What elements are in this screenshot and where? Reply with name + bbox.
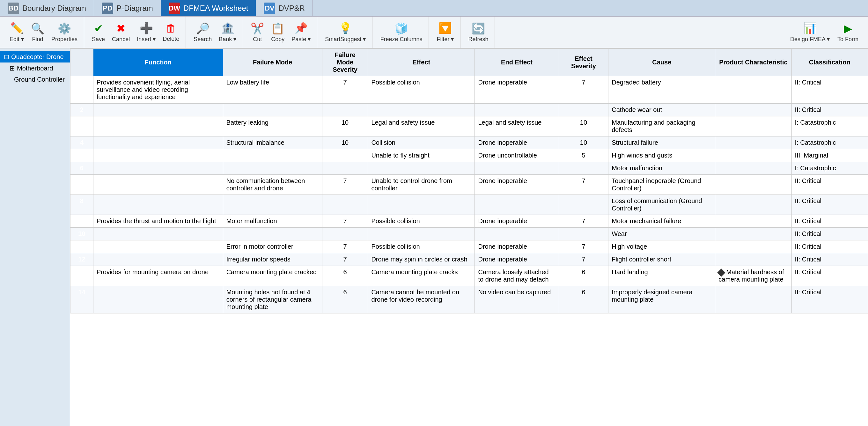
cell-product-char-8[interactable]	[715, 195, 792, 215]
cell-fm-severity-11[interactable]: 7	[322, 240, 368, 253]
cell-effect-severity-11[interactable]: 7	[559, 240, 609, 253]
cell-cause-12[interactable]: Flight controller short	[609, 253, 715, 266]
cell-function-1[interactable]: Provides convenient flying, aerial surve…	[93, 76, 223, 103]
cell-product-char-14[interactable]	[715, 286, 792, 313]
cell-cause-3[interactable]: Manufacturing and packaging defects	[609, 116, 715, 136]
cell-effect-5[interactable]: Unable to fly straight	[368, 149, 475, 162]
cell-function-4[interactable]	[93, 136, 223, 149]
cell-fm-severity-6[interactable]	[322, 162, 368, 175]
cell-cause-5[interactable]: High winds and gusts	[609, 149, 715, 162]
cell-effect-severity-8[interactable]	[559, 195, 609, 215]
cell-classification-11[interactable]: II: Critical	[792, 240, 868, 253]
cell-effect-14[interactable]: Camera cannot be mounted on drone for vi…	[368, 286, 475, 313]
cell-effect-severity-7[interactable]: 7	[559, 175, 609, 195]
tab-dv[interactable]: DV DVP&R	[256, 0, 313, 16]
cell-failure-mode-8[interactable]	[223, 195, 322, 215]
cell-fm-severity-9[interactable]: 7	[322, 215, 368, 228]
cell-product-char-6[interactable]	[715, 162, 792, 175]
cell-effect-1[interactable]: Possible collision	[368, 76, 475, 103]
cell-fm-severity-4[interactable]: 10	[322, 136, 368, 149]
cell-cause-2[interactable]: Cathode wear out	[609, 103, 715, 116]
copy-button[interactable]: 📋 Copy	[268, 20, 288, 44]
cell-function-13[interactable]: Provides for mounting camera on drone	[93, 266, 223, 286]
cell-function-2[interactable]	[93, 103, 223, 116]
cell-function-9[interactable]: Provides the thrust and motion to the fl…	[93, 215, 223, 228]
cell-effect-10[interactable]	[368, 228, 475, 240]
cell-function-12[interactable]	[93, 253, 223, 266]
sidebar-item-ground-controller[interactable]: Ground Controller	[0, 74, 70, 85]
cell-end-effect-8[interactable]	[475, 195, 559, 215]
cell-cause-11[interactable]: High voltage	[609, 240, 715, 253]
cell-end-effect-10[interactable]	[475, 228, 559, 240]
cell-product-char-7[interactable]	[715, 175, 792, 195]
cell-classification-14[interactable]: II: Critical	[792, 286, 868, 313]
cell-end-effect-6[interactable]	[475, 162, 559, 175]
cut-button[interactable]: ✂️ Cut	[247, 20, 267, 44]
cell-effect-2[interactable]	[368, 103, 475, 116]
cell-classification-2[interactable]: II: Critical	[792, 103, 868, 116]
table-area[interactable]: Function Failure Mode Failure Mode Sever…	[70, 49, 868, 426]
cell-end-effect-1[interactable]: Drone inoperable	[475, 76, 559, 103]
cell-function-3[interactable]	[93, 116, 223, 136]
search-button[interactable]: 🔎 Search	[190, 20, 215, 44]
cell-fm-severity-5[interactable]	[322, 149, 368, 162]
cell-cause-8[interactable]: Loss of communication (Ground Controller…	[609, 195, 715, 215]
cell-fm-severity-2[interactable]	[322, 103, 368, 116]
cell-classification-4[interactable]: I: Catastrophic	[792, 136, 868, 149]
cell-effect-severity-2[interactable]	[559, 103, 609, 116]
cell-classification-8[interactable]: II: Critical	[792, 195, 868, 215]
design-fmea-button[interactable]: 📊 Design FMEA ▾	[787, 20, 833, 44]
cell-effect-severity-1[interactable]: 7	[559, 76, 609, 103]
cell-failure-mode-10[interactable]	[223, 228, 322, 240]
cell-function-14[interactable]	[93, 286, 223, 313]
cell-product-char-11[interactable]	[715, 240, 792, 253]
cell-cause-13[interactable]: Hard landing	[609, 266, 715, 286]
cell-failure-mode-14[interactable]: Mounting holes not found at 4 corners of…	[223, 286, 322, 313]
cell-effect-severity-14[interactable]: 6	[559, 286, 609, 313]
cell-product-char-4[interactable]	[715, 136, 792, 149]
sidebar-item-quadcopter[interactable]: ⊟ Quadcopter Drone	[0, 51, 70, 62]
cell-failure-mode-12[interactable]: Irregular motor speeds	[223, 253, 322, 266]
cell-classification-9[interactable]: II: Critical	[792, 215, 868, 228]
filter-button[interactable]: 🔽 Filter ▾	[433, 20, 457, 44]
cell-function-8[interactable]	[93, 195, 223, 215]
cell-failure-mode-1[interactable]: Low battery life	[223, 76, 322, 103]
cell-end-effect-9[interactable]: Drone inoperable	[475, 215, 559, 228]
cell-effect-7[interactable]: Unable to control drone from controller	[368, 175, 475, 195]
cell-effect-severity-5[interactable]: 5	[559, 149, 609, 162]
cell-fm-severity-7[interactable]: 7	[322, 175, 368, 195]
cell-product-char-1[interactable]	[715, 76, 792, 103]
cell-classification-10[interactable]: II: Critical	[792, 228, 868, 240]
cell-fm-severity-10[interactable]	[322, 228, 368, 240]
save-button[interactable]: ✔ Save	[89, 20, 108, 44]
find-button[interactable]: 🔍 Find	[28, 20, 48, 44]
cell-cause-6[interactable]: Motor malfunction	[609, 162, 715, 175]
cell-end-effect-7[interactable]: Drone inoperable	[475, 175, 559, 195]
edit-button[interactable]: ✏️ Edit ▾	[6, 20, 27, 44]
cell-effect-severity-10[interactable]	[559, 228, 609, 240]
cell-failure-mode-5[interactable]	[223, 149, 322, 162]
cell-effect-severity-12[interactable]: 7	[559, 253, 609, 266]
cell-failure-mode-2[interactable]	[223, 103, 322, 116]
cell-end-effect-5[interactable]: Drone uncontrollable	[475, 149, 559, 162]
cell-effect-severity-3[interactable]: 10	[559, 116, 609, 136]
cell-cause-9[interactable]: Motor mechanical failure	[609, 215, 715, 228]
cell-product-char-10[interactable]	[715, 228, 792, 240]
tab-dw[interactable]: DW DFMEA Worksheet	[161, 0, 256, 16]
cell-function-10[interactable]	[93, 228, 223, 240]
delete-button[interactable]: 🗑 Delete	[159, 20, 182, 44]
smartsuggest-button[interactable]: 💡 SmartSuggest ▾	[322, 20, 369, 44]
cell-product-char-2[interactable]	[715, 103, 792, 116]
cell-product-char-3[interactable]	[715, 116, 792, 136]
cell-effect-severity-4[interactable]: 10	[559, 136, 609, 149]
to-form-button[interactable]: ▶ To Form	[834, 20, 862, 44]
cell-fm-severity-3[interactable]: 10	[322, 116, 368, 136]
cancel-button[interactable]: ✖ Cancel	[109, 20, 133, 44]
cell-product-char-13[interactable]: Material hardness of camera mounting pla…	[715, 266, 792, 286]
sidebar-item-motherboard[interactable]: ⊞ Motherboard	[0, 62, 70, 74]
cell-function-5[interactable]	[93, 149, 223, 162]
cell-effect-9[interactable]: Possible collision	[368, 215, 475, 228]
cell-classification-3[interactable]: I: Catastrophic	[792, 116, 868, 136]
paste-button[interactable]: 📌 Paste ▾	[288, 20, 314, 44]
cell-failure-mode-13[interactable]: Camera mounting plate cracked	[223, 266, 322, 286]
